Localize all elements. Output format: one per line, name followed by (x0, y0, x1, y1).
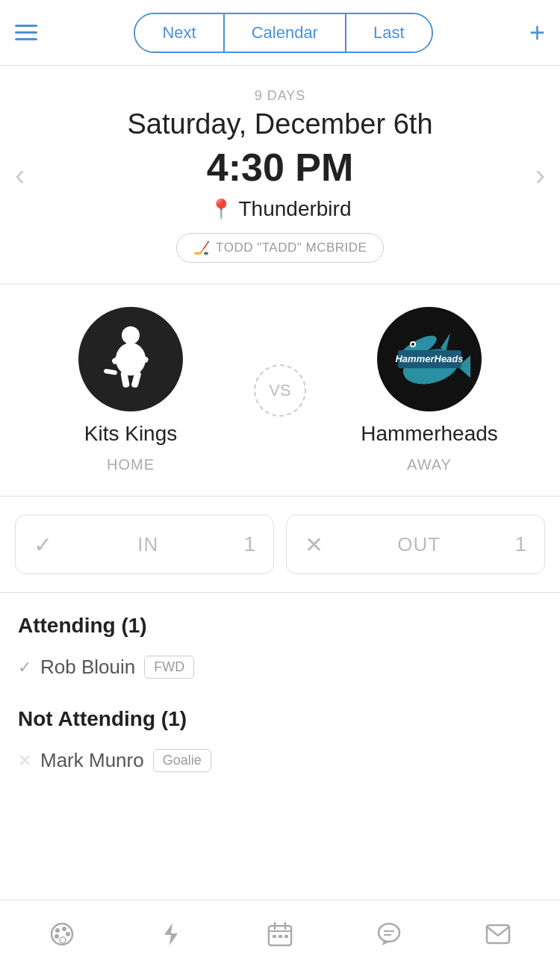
prev-event-arrow[interactable]: ‹ (7, 151, 32, 199)
not-attending-title: Not Attending (1) (18, 707, 542, 731)
nav-palette-item[interactable] (36, 912, 88, 957)
away-team: HammerHeads Hammerheads AWAY (314, 307, 545, 473)
tab-calendar[interactable]: Calendar (225, 14, 346, 52)
out-count: 1 (514, 532, 526, 556)
not-attending-group: Not Attending (1) ✕ Mark Munro Goalie (18, 707, 542, 778)
palette-icon (49, 921, 75, 947)
home-team-role: HOME (107, 456, 155, 473)
svg-rect-5 (104, 368, 118, 375)
tab-next[interactable]: Next (135, 14, 224, 52)
nav-tab-group: Next Calendar Last (134, 13, 432, 53)
svg-rect-27 (273, 935, 276, 938)
teams-section: Kits Kings HOME VS HammerHeads (0, 284, 560, 497)
x-icon: ✕ (305, 532, 323, 558)
hamburger-menu-icon[interactable] (15, 25, 37, 40)
location-pin-icon: 📍 (209, 198, 233, 221)
rsvp-out-button[interactable]: ✕ OUT 1 (286, 514, 545, 574)
home-team-name: Kits Kings (84, 422, 178, 446)
position-badge: FWD (144, 656, 194, 679)
list-item: ✕ Mark Munro Goalie (18, 743, 542, 778)
lightning-icon (161, 921, 181, 947)
out-label: OUT (397, 533, 441, 556)
chat-icon (376, 921, 402, 947)
list-item: ✓ Rob Blouin FWD (18, 650, 542, 685)
nav-chat-item[interactable] (363, 912, 415, 957)
away-team-name: Hammerheads (361, 422, 498, 446)
mail-icon (485, 924, 511, 945)
svg-rect-29 (284, 935, 288, 938)
event-time: 4:30 PM (15, 145, 545, 190)
home-team: Kits Kings HOME (15, 307, 246, 473)
add-event-icon[interactable]: + (529, 19, 545, 46)
svg-text:HammerHeads: HammerHeads (395, 353, 463, 364)
next-event-arrow[interactable]: › (528, 151, 553, 199)
referee-badge: 🏒 TODD "TADD" MCBRIDE (176, 233, 385, 263)
event-location: 📍 Thunderbird (15, 197, 545, 221)
svg-point-19 (66, 932, 70, 936)
nav-lightning-item[interactable] (145, 912, 197, 957)
attending-check-icon: ✓ (18, 658, 31, 677)
referee-name: TODD "TADD" MCBRIDE (216, 240, 367, 255)
home-team-logo (78, 307, 183, 411)
attendee-name: Rob Blouin (40, 656, 135, 679)
rsvp-in-button[interactable]: ✓ IN 1 (15, 514, 274, 574)
event-header: ‹ › 9 DAYS Saturday, December 6th 4:30 P… (0, 66, 560, 284)
svg-marker-22 (164, 923, 178, 945)
calendar-icon (267, 921, 293, 947)
svg-point-17 (55, 928, 60, 933)
svg-point-11 (411, 343, 414, 346)
svg-point-20 (55, 934, 59, 939)
attending-title: Attending (1) (18, 614, 542, 638)
attendance-section: Attending (1) ✓ Rob Blouin FWD Not Atten… (0, 593, 560, 900)
rsvp-section: ✓ IN 1 ✕ OUT 1 (0, 497, 560, 593)
svg-point-30 (379, 924, 399, 942)
nav-mail-item[interactable] (472, 912, 524, 957)
not-attending-x-icon: ✕ (18, 751, 31, 771)
svg-point-18 (62, 927, 66, 931)
away-team-logo: HammerHeads (377, 307, 482, 411)
position-badge: Goalie (153, 749, 211, 772)
checkmark-icon: ✓ (34, 532, 52, 558)
attendee-name: Mark Munro (40, 749, 144, 772)
svg-rect-34 (487, 925, 509, 943)
svg-point-0 (122, 326, 140, 344)
bottom-navigation (0, 900, 560, 967)
vs-label: VS (254, 364, 306, 417)
svg-rect-28 (279, 935, 282, 938)
whistle-icon: 🏒 (193, 240, 211, 256)
svg-point-21 (60, 937, 66, 943)
location-name: Thunderbird (239, 197, 352, 221)
days-away-label: 9 DAYS (15, 88, 545, 104)
nav-calendar-item[interactable] (254, 912, 306, 957)
in-label: IN (137, 533, 158, 556)
top-navigation: Next Calendar Last + (0, 0, 560, 66)
tab-last[interactable]: Last (346, 14, 432, 52)
in-count: 1 (243, 532, 255, 556)
away-team-role: AWAY (407, 456, 452, 473)
event-date: Saturday, December 6th (15, 108, 545, 140)
attending-group: Attending (1) ✓ Rob Blouin FWD (18, 614, 542, 685)
